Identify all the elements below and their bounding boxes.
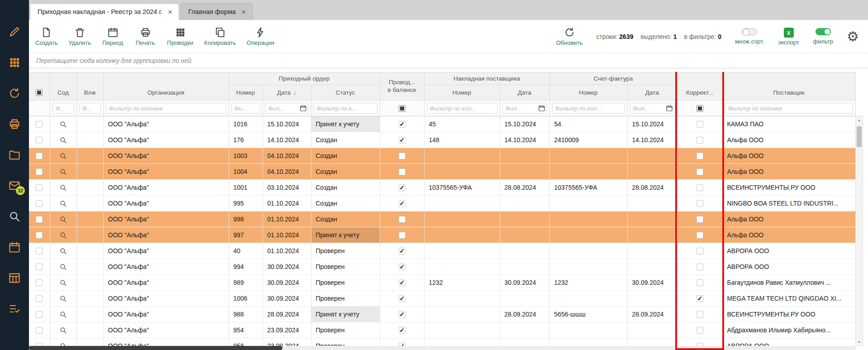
delete-button[interactable]: Удалить (68, 27, 91, 46)
magnifier-icon[interactable] (50, 168, 76, 176)
column-header-invoice-date[interactable]: Дата (627, 85, 677, 101)
vertical-scroll-thumb[interactable] (857, 126, 862, 147)
in-balance-checkbox[interactable] (399, 200, 405, 207)
magnifier-icon[interactable] (50, 136, 76, 144)
filter-number-input[interactable] (231, 103, 260, 114)
correction-checkbox[interactable] (696, 295, 703, 302)
row-select-checkbox[interactable] (36, 279, 43, 286)
group-header-supplier-invoice[interactable]: Накладная поставщика (424, 72, 549, 85)
pencil-icon[interactable] (8, 25, 21, 38)
print-queue-icon[interactable] (8, 118, 21, 130)
magnifier-icon[interactable] (50, 152, 76, 160)
row-select-checkbox[interactable] (36, 264, 43, 270)
column-header-supplier-doc-number[interactable]: Номер (424, 85, 500, 101)
table-row[interactable]: ООО "Альфа"100304.10.2024СозданАльфа ООО (29, 148, 855, 164)
in-balance-checkbox[interactable] (399, 327, 405, 334)
tab[interactable]: Приходная накладная - Реестр за 2024 г.× (30, 3, 179, 20)
magnifier-icon[interactable] (50, 311, 76, 318)
correction-checkbox[interactable] (696, 248, 703, 254)
magnifier-icon[interactable] (50, 326, 76, 334)
in-balance-checkbox[interactable] (399, 232, 405, 239)
group-header-vat-invoice[interactable]: Счет-фактура (549, 72, 677, 85)
create-button[interactable]: Создать (35, 27, 57, 46)
folder-icon[interactable] (8, 149, 21, 161)
magnifier-icon[interactable] (50, 184, 76, 192)
column-header-in-balance[interactable]: Провод...в балансе (380, 72, 424, 101)
in-balance-checkbox[interactable] (399, 153, 405, 159)
apps-grid-icon[interactable] (8, 56, 21, 69)
column-header-number[interactable]: Номер (229, 85, 262, 101)
search-icon[interactable] (8, 210, 21, 223)
column-header-sod[interactable]: Сод (50, 72, 76, 101)
postings-button[interactable]: Проводки (167, 27, 193, 46)
table-row[interactable]: ООО "Альфа"99801.10.2024СозданАльфа ООО (29, 211, 855, 227)
multisort-toggle[interactable]: множ.сорт. (735, 28, 764, 45)
in-balance-checkbox[interactable] (399, 279, 405, 286)
horizontal-scroll-thumb[interactable] (29, 346, 282, 350)
mail-icon[interactable]: 32 (8, 179, 21, 192)
copy-button[interactable]: Копировать (204, 27, 236, 46)
in-balance-checkbox[interactable] (399, 168, 405, 175)
in-balance-checkbox[interactable] (399, 137, 405, 144)
in-balance-checkbox[interactable] (399, 121, 405, 128)
column-header-vlz[interactable]: Влж (76, 72, 103, 101)
table-row[interactable]: ООО "Альфа"98828.09.2024Принят к учету28… (29, 307, 855, 322)
table-row[interactable]: ООО "Альфа"100630.09.2024ПроверенMEGA TE… (29, 291, 855, 307)
column-header-organization[interactable]: Организация (103, 72, 229, 101)
input-calendar-icon[interactable] (666, 105, 673, 112)
row-select-checkbox[interactable] (36, 168, 43, 175)
table-row[interactable]: ООО "Альфа"98930.09.2024Проверен123230.0… (29, 275, 855, 291)
correction-checkbox[interactable] (696, 137, 703, 144)
in-balance-checkbox[interactable] (399, 264, 405, 270)
scroll-down-icon[interactable]: ▼ (856, 338, 863, 345)
column-header-correction[interactable]: Коррект... (677, 72, 722, 101)
magnifier-icon[interactable] (50, 120, 76, 128)
sync-icon[interactable] (8, 87, 21, 100)
row-select-checkbox[interactable] (36, 311, 43, 318)
magnifier-icon[interactable] (50, 247, 76, 255)
row-select-checkbox[interactable] (36, 153, 43, 159)
table-row[interactable]: ООО "Альфа"100103.10.2024Создан10375565-… (29, 180, 855, 196)
correction-checkbox[interactable] (696, 200, 703, 207)
correction-checkbox[interactable] (696, 264, 703, 270)
vertical-scrollbar[interactable]: ▲ ▼ (855, 116, 863, 346)
input-calendar-icon[interactable] (300, 105, 307, 112)
filter-status-input[interactable] (314, 103, 377, 114)
calendar-icon[interactable] (8, 241, 21, 254)
magnifier-icon[interactable] (50, 216, 76, 223)
toggle-off-icon[interactable] (742, 28, 757, 35)
in-balance-checkbox[interactable] (399, 311, 405, 318)
period-button[interactable]: Период (102, 27, 124, 46)
correction-filter-checkbox[interactable] (696, 105, 703, 112)
row-select-checkbox[interactable] (36, 232, 43, 239)
correction-checkbox[interactable] (696, 216, 703, 223)
correction-checkbox[interactable] (696, 327, 703, 334)
filter-supplier-doc-number-input[interactable] (427, 103, 497, 114)
filter-vlz-input[interactable] (79, 103, 101, 114)
checklist-icon[interactable] (8, 302, 21, 315)
row-select-checkbox[interactable] (36, 216, 43, 223)
row-select-checkbox[interactable] (36, 295, 43, 302)
magnifier-icon[interactable] (50, 263, 76, 271)
filter-sod-input[interactable] (52, 103, 74, 114)
in-balance-checkbox[interactable] (399, 184, 405, 191)
export-button[interactable]: x экспорт (778, 28, 800, 46)
in-balance-checkbox[interactable] (399, 248, 405, 254)
input-calendar-icon[interactable] (538, 105, 545, 112)
table-row[interactable]: ООО "Альфа"99430.09.2024ПроверенАВРОРА О… (29, 259, 855, 275)
column-header-supplier-doc-date[interactable]: Дата (500, 85, 549, 101)
close-tab-icon[interactable]: × (241, 8, 246, 16)
row-select-checkbox[interactable] (36, 121, 43, 128)
table-edit-icon[interactable] (8, 272, 21, 284)
table-row[interactable]: ООО "Альфа"101615.10.2024Принят к учету4… (29, 116, 855, 132)
in-balance-checkbox[interactable] (399, 216, 405, 223)
correction-checkbox[interactable] (696, 153, 703, 159)
horizontal-scrollbar[interactable] (29, 346, 855, 350)
filter-supplier-input[interactable] (725, 103, 853, 114)
tab[interactable]: Главная форма× (181, 3, 253, 20)
select-all-checkbox[interactable] (36, 89, 43, 96)
scroll-up-icon[interactable]: ▲ (856, 116, 863, 124)
table-row[interactable]: ООО "Альфа"100404.10.2024СозданАльфа ООО (29, 164, 855, 180)
close-tab-icon[interactable]: × (168, 8, 172, 16)
group-by-bar[interactable]: Перетащите сюда колонку для группировки … (29, 53, 868, 68)
